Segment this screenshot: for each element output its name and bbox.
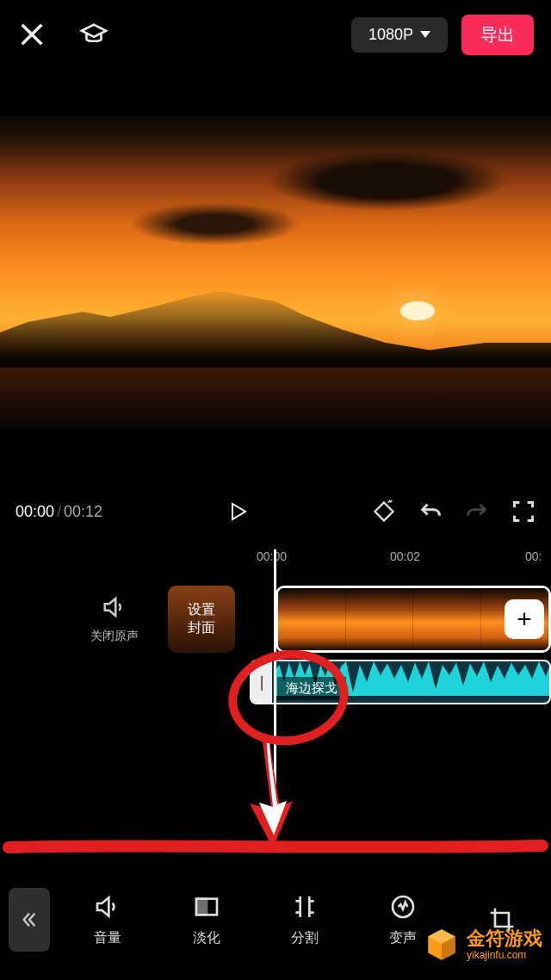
set-cover-button[interactable]: 设置 封面 — [168, 586, 235, 653]
redo-icon — [465, 499, 489, 524]
header-bar: 1080P 导出 — [0, 0, 551, 69]
clip-thumbnail — [413, 588, 481, 650]
header-right: 1080P 导出 — [351, 15, 534, 55]
tool-label: 音量 — [94, 929, 121, 947]
fade-icon — [193, 893, 220, 921]
watermark-logo-icon — [424, 927, 460, 963]
keyframe-icon[interactable] — [372, 499, 396, 524]
ruler-tick: 00:02 — [390, 549, 420, 563]
toolbar-back-button[interactable] — [9, 888, 50, 952]
watermark-url: yikajinfu.com — [467, 950, 542, 961]
playhead[interactable] — [274, 549, 276, 791]
volume-icon — [94, 893, 121, 921]
header-left — [17, 20, 108, 49]
time-display: 00:00/00:12 — [15, 503, 102, 521]
audio-clip-handle[interactable]: | — [251, 661, 272, 703]
video-preview[interactable] — [0, 116, 551, 428]
ruler-tick: 00: — [525, 549, 542, 563]
fullscreen-icon[interactable] — [511, 499, 536, 524]
watermark-text: 金符游戏 yikajinfu.com — [467, 928, 542, 960]
clip-thumbnail — [278, 588, 346, 650]
total-time: 00:12 — [64, 503, 102, 520]
svg-rect-1 — [196, 898, 207, 915]
export-button[interactable]: 导出 — [461, 15, 534, 55]
chevron-left-double-icon — [20, 910, 39, 929]
tool-label: 淡化 — [193, 929, 220, 947]
watermark: 金符游戏 yikajinfu.com — [424, 927, 542, 963]
clip-thumbnail — [346, 588, 414, 650]
cover-label-2: 封面 — [188, 619, 215, 637]
mute-label: 关闭原声 — [90, 629, 139, 644]
voice-change-icon — [389, 893, 417, 921]
ruler-tick: 00:00 — [257, 549, 287, 563]
mute-original-toggle[interactable]: 关闭原声 — [90, 594, 139, 644]
split-icon — [291, 893, 319, 921]
close-icon[interactable] — [17, 20, 46, 49]
tool-label: 分割 — [291, 929, 319, 947]
play-icon[interactable] — [227, 499, 248, 524]
preview-decoration — [129, 202, 301, 245]
playback-right-controls — [372, 499, 536, 524]
chevron-down-icon — [420, 31, 430, 38]
playback-controls: 00:00/00:12 — [0, 478, 551, 545]
audio-clip[interactable]: | 海边探戈 — [250, 660, 551, 704]
current-time: 00:00 — [15, 503, 54, 520]
preview-decoration — [267, 151, 508, 211]
tool-fade[interactable]: 淡化 — [165, 893, 246, 947]
audio-clip-name: 海边探戈 — [277, 677, 346, 700]
cover-label-1: 设置 — [188, 601, 215, 619]
tutorial-icon[interactable] — [79, 20, 108, 49]
tool-split[interactable]: 分割 — [264, 893, 345, 947]
timeline[interactable]: 00:00 00:02 00: 关闭原声 设置 封面 + | 海边探戈 — [0, 549, 551, 791]
speaker-icon — [102, 594, 127, 620]
preview-decoration — [0, 368, 551, 428]
resolution-label: 1080P — [368, 26, 413, 44]
watermark-title: 金符游戏 — [467, 928, 542, 949]
resolution-button[interactable]: 1080P — [351, 17, 448, 53]
tool-volume[interactable]: 音量 — [67, 893, 148, 947]
tool-label: 变声 — [389, 929, 417, 947]
add-clip-button[interactable]: + — [505, 599, 544, 639]
annotation-underline — [0, 840, 551, 855]
undo-icon[interactable] — [418, 499, 443, 524]
